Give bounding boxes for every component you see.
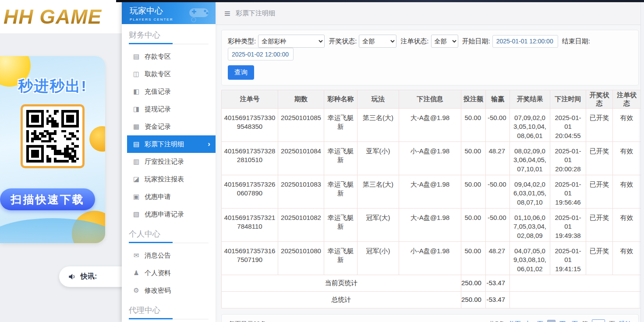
hamburger-menu-icon[interactable]: ≡ <box>224 8 230 19</box>
cell-draw-status: 已开奖 <box>586 175 613 209</box>
coin-icon <box>89 126 105 152</box>
total-stats-win-loss: -53.47 <box>486 292 510 308</box>
col-period: 期数 <box>278 90 324 109</box>
page-stats-label: 当前页统计 <box>222 275 461 292</box>
col-bet-time: 下注时间 <box>550 90 586 109</box>
sidebar-item-promo-apply[interactable]: ▣ 优惠申请 <box>122 188 216 205</box>
sidebar-item-label: 厅室投注记录 <box>145 158 184 166</box>
section-underline <box>129 318 209 319</box>
sidebar-item-profile[interactable]: ♟ 个人资料 <box>122 264 216 282</box>
cell-lottery: 幸运飞艇新 <box>324 175 357 209</box>
col-order-status: 注单状态 <box>613 90 641 109</box>
cell-draw-status: 已开奖 <box>586 242 613 275</box>
search-button[interactable]: 查询 <box>228 65 254 80</box>
pagination-bar: 每页显示20条 共5条 首页 上一页 1 下一页 第 页 跳转 <box>221 314 639 322</box>
total-count-label: 共5条 <box>489 320 505 322</box>
draw-status-select[interactable]: 全部 <box>359 35 396 48</box>
cell-play: 第三名(大) <box>357 175 399 209</box>
current-page-badge[interactable]: 1 <box>547 320 556 322</box>
promo-pane: HH GAME 秒进秒出! 扫描快速下载 快讯: <box>0 0 122 322</box>
col-win-loss: 输赢 <box>486 90 510 109</box>
funds-record-icon: ▦ <box>132 123 140 131</box>
cell-draw-status: 已开奖 <box>586 109 613 142</box>
cell-lottery: 幸运飞艇新 <box>324 142 357 175</box>
sidebar-item-player-report[interactable]: ◪ 玩家投注报表 <box>122 170 216 188</box>
section-underline <box>129 242 209 243</box>
sidebar-item-label: 取款专区 <box>145 70 171 78</box>
table-header-row: 注单号 期数 彩种名称 玩法 下注信息 投注额 输赢 开奖结果 下注时间 开奖状… <box>222 90 641 109</box>
bet-table-wrap: 注单号 期数 彩种名称 玩法 下注信息 投注额 输赢 开奖结果 下注时间 开奖状… <box>221 90 639 308</box>
cell-result: 07,09,02,03,05,10,04,08,06,01 <box>510 109 550 142</box>
sidebar-item-withdrawal-record[interactable]: ◨ 提现记录 <box>122 100 216 118</box>
cell-bet-info: 大-A盘@1.98 <box>399 209 461 242</box>
cell-order-no: 401569173573282810510 <box>222 142 278 175</box>
cell-order-no: 401569173573217848110 <box>222 209 278 242</box>
start-date-label: 开始日期: <box>462 37 490 46</box>
sidebar-item-messages[interactable]: ✉ 消息公告 <box>122 247 216 264</box>
sidebar-item-change-password[interactable]: ⚙ 修改密码 <box>122 282 216 299</box>
jump-button[interactable]: 跳转 <box>619 320 631 322</box>
sidebar-item-label: 优惠申请记录 <box>145 210 184 219</box>
site-logo: HH GAME <box>4 5 102 28</box>
total-stats-amount: 250.00 <box>461 292 486 308</box>
news-label: 快讯: <box>81 272 97 281</box>
start-date-input[interactable] <box>492 35 558 48</box>
bet-table: 注单号 期数 彩种名称 玩法 下注信息 投注额 输赢 开奖结果 下注时间 开奖状… <box>221 90 641 308</box>
sidebar-item-lottery-bet-details[interactable]: ▤ 彩票下注明细 › <box>127 135 216 153</box>
prev-page-link[interactable]: 上一页 <box>525 320 543 322</box>
end-date-input[interactable] <box>228 48 294 60</box>
lottery-type-select[interactable]: 全部彩种 <box>258 35 325 48</box>
withdraw-icon: ◫ <box>132 70 140 78</box>
sidebar-item-promo-records[interactable]: ▧ 优惠申请记录 <box>122 205 216 223</box>
page-stats-empty <box>510 275 641 292</box>
cell-win-loss: -50.00 <box>486 175 510 209</box>
scrollbar[interactable] <box>640 2 644 322</box>
cell-period: 20250101084 <box>278 142 324 175</box>
sidebar-item-withdraw[interactable]: ◫ 取款专区 <box>122 65 216 83</box>
jump-prefix-label: 第 <box>582 320 588 322</box>
order-status-select[interactable]: 全部 <box>431 35 458 48</box>
withdrawal-record-icon: ◨ <box>132 105 140 113</box>
cell-amount: 50.00 <box>461 109 486 142</box>
cell-lottery: 幸运飞艇新 <box>324 109 357 142</box>
main-content: ≡ 彩票下注明细 彩种类型: 全部彩种 开奖状态: 全部 注单状态: 全部 开始… <box>216 2 640 322</box>
sidebar-item-label: 优惠申请 <box>145 193 171 201</box>
page-jump-input[interactable] <box>592 319 605 322</box>
first-page-link[interactable]: 首页 <box>509 320 521 322</box>
cell-bet-info: 小-A盘@1.98 <box>399 142 461 175</box>
col-play: 玩法 <box>357 90 399 109</box>
deposit-icon: ▤ <box>132 53 140 60</box>
sidebar-item-recharge-record[interactable]: ◧ 充值记录 <box>122 83 216 100</box>
cell-play: 冠军(小) <box>357 242 399 275</box>
col-order-no: 注单号 <box>222 90 278 109</box>
sidebar-section-personal: 个人中心 ✉ 消息公告 ♟ 个人资料 ⚙ 修改密码 <box>122 223 216 299</box>
sidebar-item-label: 个人资料 <box>145 269 171 277</box>
chevron-right-icon: › <box>208 140 210 149</box>
cell-bet-info: 小-A盘@1.98 <box>399 242 461 275</box>
sidebar-item-label: 修改密码 <box>145 287 171 295</box>
cell-draw-status: 已开奖 <box>586 209 613 242</box>
cell-win-loss: -50.00 <box>486 209 510 242</box>
scan-download-button[interactable]: 扫描快速下载 <box>0 188 95 210</box>
sidebar-item-label: 彩票下注明细 <box>145 140 184 149</box>
cell-order-status: 有效 <box>613 175 641 209</box>
sidebar-item-deposit[interactable]: ▤ 存款专区 <box>122 48 216 65</box>
end-date-label: 结束日期: <box>562 37 590 46</box>
sidebar-item-label: 充值记录 <box>145 88 171 96</box>
cell-play: 冠军(大) <box>357 209 399 242</box>
recharge-record-icon: ◧ <box>132 88 140 96</box>
table-row: 401569173573217848110 20250101082 幸运飞艇新 … <box>222 209 641 242</box>
cell-bet-time: 2025-01-01 20:04:55 <box>550 109 586 142</box>
draw-status-label: 开奖状态: <box>329 37 357 46</box>
promo-record-icon: ▧ <box>132 210 140 218</box>
sidebar-item-hall-bet-records[interactable]: ▥ 厅室投注记录 <box>122 153 216 170</box>
next-page-link[interactable]: 下一页 <box>559 320 578 322</box>
cell-result: 08,02,09,03,06,04,05,07,10,01 <box>510 142 550 175</box>
table-row: 401569173573282810510 20250101084 幸运飞艇新 … <box>222 142 641 175</box>
cell-bet-time: 2025-01-01 20:00:28 <box>550 142 586 175</box>
cell-result: 09,04,02,06,03,01,05,08,07,10 <box>510 175 550 209</box>
speaker-icon <box>68 272 76 281</box>
page-stats-amount: 250.00 <box>461 275 486 292</box>
qr-code <box>21 104 85 168</box>
sidebar-item-funds-record[interactable]: ▦ 资金记录 <box>122 118 216 135</box>
